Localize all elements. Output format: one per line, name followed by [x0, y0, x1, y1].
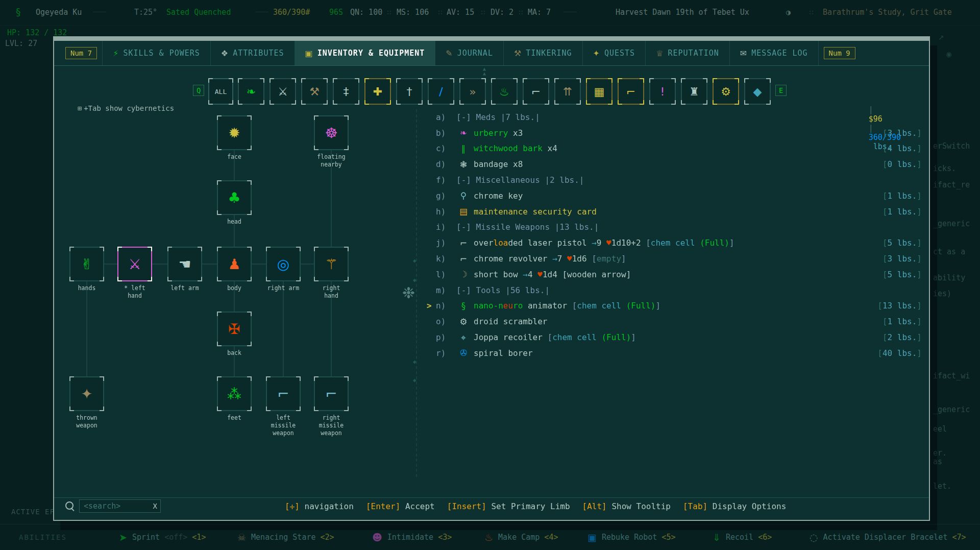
row-text: spiral borer [474, 348, 533, 358]
inventory-item-row[interactable]: d)❃bandage x8[0 lbs.] [427, 156, 922, 172]
search-box[interactable]: X [79, 499, 161, 513]
floating-nearby-icon: ☸ [325, 125, 337, 141]
slot-label-feet: feet [210, 414, 259, 422]
left-arm-icon: ☚ [178, 256, 191, 273]
inventory-category-row[interactable]: m)[-] Tools |56 lbs.| [427, 282, 922, 298]
row-weight: [1 lbs.] [883, 317, 922, 326]
temperature-readout: T:25° [134, 8, 157, 17]
right-missile-weapon-icon: ⌐ [325, 386, 337, 402]
row-hotkey-letter: k) [436, 254, 456, 264]
magnify-view-icon[interactable]: ◉ [946, 49, 951, 59]
inventory-category-row[interactable]: a)[-] Meds |7 lbs.| [427, 109, 922, 125]
activate-displacer-bracelet-icon: ◌ [810, 532, 818, 543]
slot-face[interactable]: ✹ [217, 115, 252, 150]
inventory-item-row[interactable]: >n)§nano-neuro animator [chem cell (Full… [427, 298, 922, 314]
ability-menacing-stare[interactable]: ☠Menacing Stare <2> [237, 532, 334, 543]
hint-display-options: [Tab] Display Options [683, 501, 786, 511]
slot-left-arm[interactable]: ☚ [167, 247, 202, 281]
ability-recoil[interactable]: ⇓Recoil <6> [713, 532, 772, 543]
inventory-item-row[interactable]: c)∥witchwood bark x4[4 lbs.] [427, 141, 922, 157]
background-text-fragment: er. [933, 448, 947, 458]
security-card-icon: ▤ [456, 206, 471, 217]
slot-thrown-weapon[interactable]: ✦ [69, 376, 104, 411]
laser-pistol-icon: ⌐ [456, 238, 471, 248]
sprint-icon: ➤ [119, 532, 127, 543]
armor-value-stat: AV: 15 [447, 8, 474, 17]
slot-label-back: back [210, 349, 259, 357]
slot-label-head: head [210, 218, 259, 226]
clear-search-button[interactable]: X [153, 502, 157, 510]
slot-feet[interactable]: ⁂ [217, 376, 252, 411]
ability-sprint[interactable]: ➤Sprint <off> <1> [119, 532, 206, 543]
row-hotkey-letter: i) [436, 222, 456, 232]
divider-emblem-icon: ❉ [402, 284, 415, 302]
row-hotkey-letter: d) [436, 159, 456, 169]
slot-head[interactable]: ♣ [217, 180, 252, 215]
make-camp-icon: ♨ [484, 532, 493, 543]
background-text-fragment: ability [933, 273, 965, 282]
panel-divider [416, 109, 417, 477]
row-weight: [0 lbs.] [883, 159, 922, 169]
slot-right-arm[interactable]: ◎ [266, 247, 301, 281]
ability-make-camp[interactable]: ♨Make Camp <4> [484, 532, 558, 543]
slot-body[interactable]: ♟ [217, 247, 252, 281]
ability-activate-displacer-bracelet[interactable]: ◌Activate Displacer Bracelet <7> [810, 532, 966, 543]
row-text: [-] Tools |56 lbs.| [456, 285, 550, 295]
hint-navigation: [✛] navigation [285, 501, 354, 511]
selection-cursor: > [427, 301, 436, 310]
row-text: droid scrambler [474, 317, 548, 326]
window-resize-icon[interactable]: ↗ [938, 31, 944, 42]
row-weight: [13 lbs.] [877, 301, 922, 310]
inventory-category-row[interactable]: f)[-] Miscellaneous |2 lbs.| [427, 172, 922, 188]
status-effects: Sated Quenched [166, 8, 231, 17]
row-text: short bow →4 ♥1d4 [wooden arrow] [474, 270, 631, 279]
joppa-recoiler-icon: ⌖ [456, 332, 471, 343]
slot-label-left-hand: * left hand [110, 284, 159, 300]
inventory-item-row[interactable]: l)☽short bow →4 ♥1d4 [wooden arrow][5 lb… [427, 267, 922, 282]
inventory-item-row[interactable]: b)❧urberry x3[3 lbs.] [427, 125, 922, 141]
slot-left-missile-weapon[interactable]: ⌐ [266, 376, 301, 411]
row-text: nano-neuro animator [chem cell (Full)] [474, 301, 660, 310]
stat-separator: ∷ [481, 8, 485, 17]
slot-hands[interactable]: ✌ [69, 247, 104, 281]
player-name: Ogeyeda Ku [36, 8, 82, 17]
separator-line [564, 12, 577, 12]
row-text: maintenance security card [474, 207, 597, 217]
background-text-fragment: erSwitch [933, 141, 970, 151]
slot-floating-nearby[interactable]: ☸ [314, 115, 349, 150]
inventory-item-row[interactable]: k)⌐chrome revolver →7 ♥1d6 [empty][3 lbs… [427, 251, 922, 267]
row-hotkey-letter: a) [436, 112, 456, 122]
ability-rebuke-robot[interactable]: ▣Rebuke Robot <5> [587, 532, 675, 543]
row-hotkey-letter: c) [436, 144, 456, 153]
slot-right-missile-weapon[interactable]: ⌐ [314, 376, 349, 411]
row-hotkey-letter: g) [436, 191, 456, 201]
intimidate-icon: ☻ [372, 532, 382, 543]
nano-neuro-animator-icon: § [456, 301, 471, 311]
dodge-value-stat: DV: 2 [491, 8, 513, 17]
row-hotkey-letter: h) [436, 207, 456, 217]
chrome-key-icon: ⚲ [456, 190, 471, 201]
inventory-item-row[interactable]: h)▤maintenance security card[1 lbs.] [427, 204, 922, 220]
slot-label-right-missile-weapon: right missile weapon [307, 414, 356, 437]
game-date: Harvest Dawn 19th of Tebet Ux [616, 8, 749, 17]
slot-label-right-arm: right arm [259, 284, 308, 292]
separator-line [255, 12, 268, 12]
inventory-item-row[interactable]: r)✇spiral borer[40 lbs.] [427, 345, 922, 361]
search-input[interactable] [83, 501, 150, 511]
slot-label-thrown-weapon: thrown weapon [62, 414, 111, 429]
inventory-item-row[interactable]: p)⌖Joppa recoiler [chem cell (Full)][2 l… [427, 329, 922, 345]
slot-back[interactable]: ✠ [217, 312, 252, 346]
ability-intimidate[interactable]: ☻Intimidate <3> [372, 532, 452, 543]
slot-left-hand[interactable]: ⚔ [117, 247, 152, 281]
background-text-fragment: icks. [933, 164, 956, 173]
slot-label-left-arm: left arm [160, 284, 209, 292]
inventory-item-row[interactable]: g)⚲chrome key[1 lbs.] [427, 188, 922, 204]
inventory-item-row[interactable]: o)⚙droid scrambler[1 lbs.] [427, 314, 922, 329]
inventory-category-row[interactable]: i)[-] Missile Weapons |13 lbs.| [427, 220, 922, 235]
background-text-fragment: let. [933, 482, 951, 491]
slot-right-hand[interactable]: ⚚ [314, 247, 349, 281]
face-icon: ✹ [228, 125, 240, 141]
row-text: chrome key [474, 191, 523, 201]
inventory-item-row[interactable]: j)⌐overloaded laser pistol →9 ♥1d10+2 [c… [427, 235, 922, 251]
head-icon: ♣ [228, 189, 240, 206]
